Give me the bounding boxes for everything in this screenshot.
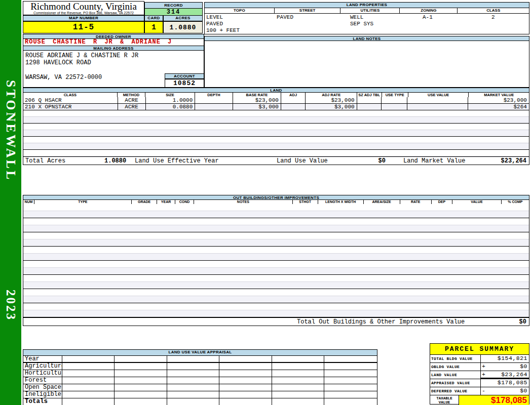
ps-label: OBLDG VALUE	[430, 363, 481, 371]
ps-label: LAND VALUE	[430, 371, 481, 379]
ps-row-land-value: LAND VALUE +$23,264	[430, 371, 529, 379]
lua-label: Agriculture	[23, 363, 62, 370]
cell-depth	[195, 104, 233, 110]
lua-cell	[219, 377, 272, 384]
col-sz-adj-tbl: SZ ADJ TBL	[357, 93, 382, 97]
lua-cell	[219, 356, 272, 362]
lua-cell	[272, 356, 325, 362]
total-acres-label: Total Acres	[25, 158, 65, 165]
utilities-value-1: WELL	[350, 14, 363, 20]
lua-label: Horticulture	[23, 370, 62, 377]
mailing-line-1: ROUSE ADRIANE J & CHASTINE R JR	[25, 53, 138, 59]
lua-cell	[272, 391, 325, 398]
col-year: YEAR	[157, 200, 175, 204]
county-title: Richmond County, Virginia	[23, 2, 144, 11]
cell-depth	[195, 97, 233, 103]
cell-adj-rate: $3,000	[306, 104, 357, 110]
out-buildings-empty-row	[23, 254, 529, 261]
ps-op: +	[482, 371, 485, 378]
cell-sz-adj-tbl	[357, 97, 382, 103]
col-market-value: MARKET VALUE	[469, 93, 529, 97]
lua-cell	[115, 391, 167, 398]
ps-value: -$0	[481, 387, 529, 395]
out-buildings-empty-row	[23, 310, 529, 317]
out-buildings-empty-row	[23, 268, 529, 275]
land-row-1: 206 Q HSACR ACRE 1.0000 $23,000 $23,000 …	[23, 97, 529, 104]
land-empty-row	[23, 137, 529, 143]
col-use-type: USE TYPE	[382, 93, 408, 97]
cell-adj-rate: $23,000	[306, 97, 357, 103]
deeded-owner-name: ROUSE CHASTINE R JR & ADRIANE J COURTNEY	[23, 38, 204, 46]
street-value: PAVED	[277, 14, 293, 20]
col-class: CLASS	[23, 93, 118, 97]
county-header-box: Richmond County, Virginia Commissioner o…	[23, 1, 144, 15]
col-size: SIZE	[145, 93, 195, 97]
lua-row-open-space: Open Space	[23, 384, 377, 391]
land-empty-row	[23, 143, 529, 150]
lua-label: Totals	[23, 398, 62, 405]
ps-value: +$23,264	[481, 371, 529, 379]
lua-cell	[219, 370, 272, 377]
map-number-value: 11-5	[23, 21, 144, 33]
taxable-value: $178,085	[459, 395, 529, 405]
cell-use-value	[407, 97, 468, 103]
col-notes: NOTES	[194, 200, 292, 204]
commissioner-address: Commissioner of the Revenue, PO Box 366,…	[23, 11, 144, 15]
topo-value-2: PAVED	[206, 21, 223, 27]
lua-row-year: Year	[23, 356, 377, 363]
lua-cell	[62, 370, 115, 377]
land-use-value: $0	[373, 158, 386, 165]
ps-value: +$0	[481, 363, 529, 371]
ps-row-total-bldg: TOTAL BLDG VALUE $154,821	[430, 355, 529, 363]
lua-cell	[62, 377, 115, 384]
property-record-card: STONEWALL 2023 Richmond County, Virginia…	[0, 0, 532, 405]
lua-cell	[324, 370, 377, 377]
lua-cell	[324, 363, 377, 370]
cell-use-type	[382, 97, 408, 103]
lua-cell	[324, 356, 377, 362]
out-buildings-empty-row	[23, 282, 529, 289]
col-sthgt: STHGT	[293, 200, 318, 204]
land-empty-row	[23, 150, 529, 156]
ps-value: $154,821	[481, 355, 529, 362]
lua-row-horticulture: Horticulture	[23, 370, 377, 377]
utilities-value-2: SEP SYS	[350, 21, 373, 27]
col-rate: RATE	[400, 200, 432, 204]
lua-label: Forest	[23, 377, 62, 384]
map-number-label: MAP NUMBER	[23, 15, 144, 21]
account-value: 10852	[165, 79, 204, 88]
topo-value-1: LEVEL	[206, 14, 223, 20]
col-utilities: UTILITIES	[340, 8, 400, 13]
lua-cell	[272, 370, 325, 377]
ps-op: -	[482, 387, 485, 394]
lua-cell	[167, 363, 220, 370]
ps-amount: $0	[520, 363, 527, 370]
mailing-line-3: WARSAW, VA 22572-0000	[25, 74, 102, 81]
cell-sz-adj-tbl	[357, 104, 382, 110]
col-type: TYPE	[34, 200, 132, 204]
out-buildings-empty-row	[23, 303, 529, 310]
ps-amount: $23,264	[501, 371, 527, 378]
out-buildings-empty-row	[23, 232, 529, 239]
land-empty-row	[23, 110, 529, 117]
land-empty-row	[23, 117, 529, 124]
lua-row-forest: Forest	[23, 377, 377, 384]
ps-value: $178,085	[481, 379, 529, 387]
cell-class: 206 Q HSACR	[23, 97, 118, 103]
col-use-value: USE VALUE	[408, 93, 469, 97]
lua-cell	[167, 356, 220, 362]
lua-cell	[167, 384, 220, 391]
lua-row-ineligible: Ineligible	[23, 391, 377, 398]
ps-row-obldg: OBLDG VALUE +$0	[430, 363, 529, 371]
col-grade: GRADE	[132, 200, 157, 204]
lua-cell	[324, 384, 377, 391]
land-notes-box	[204, 40, 529, 88]
land-empty-row	[23, 124, 529, 130]
lua-cell	[115, 370, 167, 377]
account-label: ACCOUNT	[165, 73, 204, 79]
cell-market-value: $23,000	[468, 97, 529, 103]
class-value: 2	[491, 14, 495, 20]
cell-adj	[281, 104, 306, 110]
lua-cell	[272, 384, 325, 391]
out-buildings-empty-row	[23, 296, 529, 303]
